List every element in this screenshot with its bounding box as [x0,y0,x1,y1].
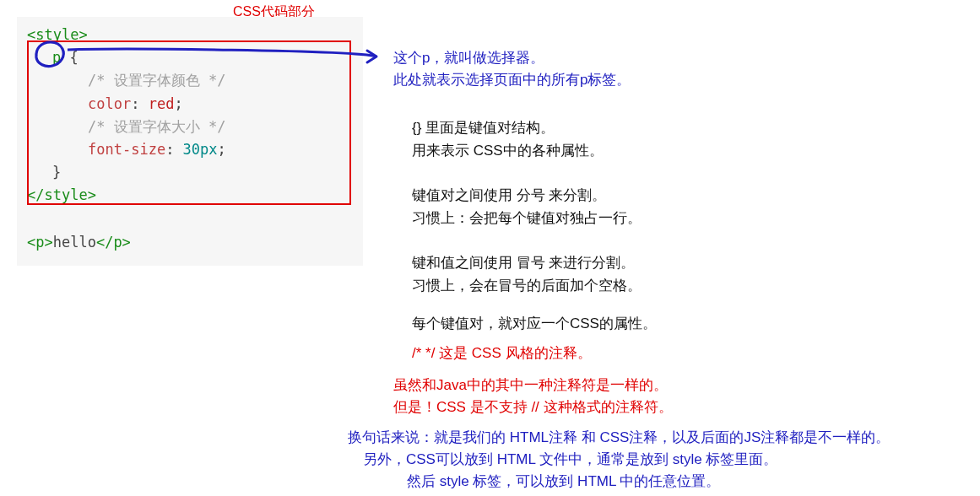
text-line: 用来表示 CSS中的各种属性。 [412,139,604,162]
brace-open: { [70,49,79,66]
text-line: {} 里面是键值对结构。 [412,116,604,139]
selector-note: 这个p，就叫做选择器。 此处就表示选择页面中的所有p标签。 [393,47,631,92]
summary-note-2: 另外，CSS可以放到 HTML 文件中，通常是放到 style 标签里面。 [363,449,777,471]
p-text: hello [53,234,96,251]
prop-color: color [88,95,131,112]
colon-note: 键和值之间使用 冒号 来进行分割。 习惯上，会在冒号的后面加个空格。 [412,251,642,297]
p-close-tag: </p> [96,234,131,251]
style-close-tag: </style> [27,186,96,203]
text-line: 虽然和Java中的其中一种注释符是一样的。 [393,375,673,396]
text-line: 但是！CSS 是不支持 // 这种格式的注释符。 [393,396,673,418]
p-open-tag: <p> [27,234,53,251]
selector-p: p [52,49,61,66]
semicolon: ; [174,95,182,112]
text-line: 每个键值对，就对应一个CSS的属性。 [412,312,657,335]
comment-color: /* 设置字体颜色 */ [88,72,225,89]
code-line: /* 设置字体大小 */ [27,116,353,138]
semicolon-note: 键值对之间使用 分号 来分割。 习惯上：会把每个键值对独占一行。 [412,184,642,229]
style-open-tag: <style> [27,26,88,43]
summary-note-3: 然后 style 标签，可以放到 HTML 中的任意位置。 [407,471,721,493]
text-line: 然后 style 标签，可以放到 HTML 中的任意位置。 [407,471,721,493]
java-note: 虽然和Java中的其中一种注释符是一样的。 但是！CSS 是不支持 // 这种格… [393,375,673,419]
text-line: 此处就表示选择页面中的所有p标签。 [393,69,631,91]
comment-size: /* 设置字体大小 */ [88,118,225,135]
summary-note: 换句话来说：就是我们的 HTML注释 和 CSS注释，以及后面的JS注释都是不一… [348,427,890,449]
code-line: font-size: 30px; [27,138,353,161]
comment-style-note: /* */ 这是 CSS 风格的注释。 [412,342,592,364]
brace-close: } [52,164,61,181]
code-line: p { [27,46,353,69]
code-line: </style> [27,184,353,207]
code-line: <style> [27,24,353,46]
text-line: 键值对之间使用 分号 来分割。 [412,184,642,207]
braces-note: {} 里面是键值对结构。 用来表示 CSS中的各种属性。 [412,116,604,162]
text-line: 换句话来说：就是我们的 HTML注释 和 CSS注释，以及后面的JS注释都是不一… [348,427,890,449]
val-red: red [149,95,175,112]
val-30px: 30px [183,141,218,158]
text-line: 这个p，就叫做选择器。 [393,47,631,69]
text-line: 另外，CSS可以放到 HTML 文件中，通常是放到 style 标签里面。 [363,449,777,471]
text-line: 习惯上，会在冒号的后面加个空格。 [412,274,642,297]
code-line: <p>hello</p> [27,231,353,254]
code-line: /* 设置字体颜色 */ [27,69,353,92]
semicolon: ; [218,141,226,158]
text-line: /* */ 这是 CSS 风格的注释。 [412,342,592,364]
text-line: 习惯上：会把每个键值对独占一行。 [412,207,642,229]
code-line: } [27,161,353,184]
code-line: color: red; [27,93,353,116]
code-block: <style> p { /* 设置字体颜色 */ color: red; /* … [17,17,363,266]
text-line: 键和值之间使用 冒号 来进行分割。 [412,251,642,274]
prop-fontsize: font-size [88,141,165,158]
pair-note: 每个键值对，就对应一个CSS的属性。 [412,312,657,335]
